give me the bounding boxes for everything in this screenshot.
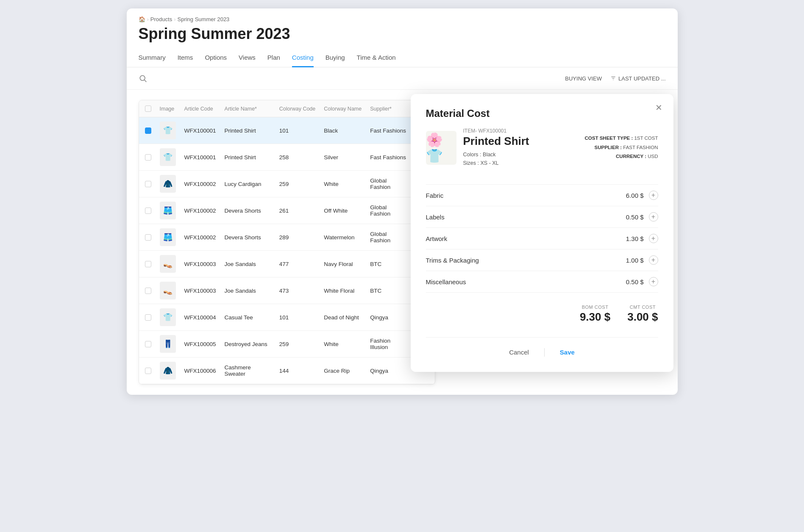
cost-add-button[interactable]: + — [649, 191, 658, 200]
table-row[interactable]: 👡 WFX100003 Joe Sandals 477 Navy Floral … — [139, 251, 435, 277]
cell-code: WFX100005 — [180, 331, 220, 357]
item-info: ITEM- WFX100001 Printed Shirt Colors : B… — [463, 128, 578, 167]
cell-supplier: Fashion Illusion — [366, 331, 412, 357]
item-meta-colors: Colors : Black — [463, 150, 578, 159]
cell-cw-name: Grace Rip — [320, 357, 366, 384]
row-checkbox[interactable] — [139, 117, 156, 144]
cell-supplier: Qingya — [366, 357, 412, 384]
table-row[interactable]: 👡 WFX100003 Joe Sandals 473 White Floral… — [139, 277, 435, 304]
cost-row: Fabric 6.00 $ + — [426, 185, 658, 206]
cell-cw-name: White — [320, 171, 366, 197]
tab-costing[interactable]: Costing — [292, 50, 314, 67]
cmt-cost-label: CMT COST — [627, 305, 658, 310]
table-row[interactable]: 👖 WFX100005 Destroyed Jeans 259 White Fa… — [139, 331, 435, 357]
home-icon[interactable]: 🏠 — [139, 16, 145, 22]
cost-row-value-wrap: 0.50 $ + — [618, 212, 658, 222]
cell-cw-code: 101 — [275, 117, 320, 144]
row-checkbox[interactable] — [139, 277, 156, 304]
cell-name: Casual Tee — [220, 304, 275, 331]
tab-buying[interactable]: Buying — [325, 50, 345, 67]
cost-row-label: Fabric — [426, 192, 444, 199]
cell-code: WFX100006 — [180, 357, 220, 384]
cell-cw-code: 259 — [275, 331, 320, 357]
table-row[interactable]: 👕 WFX100004 Casual Tee 101 Dead of Night… — [139, 304, 435, 331]
breadcrumb-products[interactable]: Products — [150, 16, 172, 22]
cost-add-button[interactable]: + — [649, 255, 658, 265]
row-checkbox[interactable] — [139, 197, 156, 224]
cost-row-value-wrap: 0.50 $ + — [618, 277, 658, 286]
supplier-info: SUPPLIER : FAST FASHION — [585, 143, 658, 152]
cell-cw-name: Navy Floral — [320, 251, 366, 277]
breadcrumb-current: Spring Summer 2023 — [178, 16, 230, 22]
cell-cw-code: 477 — [275, 251, 320, 277]
col-cw-code: Colorway Code — [275, 100, 320, 117]
col-cw-name: Colorway Name — [320, 100, 366, 117]
table-row[interactable]: 🩳 WFX100002 Devera Shorts 261 Off White … — [139, 197, 435, 224]
tab-items[interactable]: Items — [178, 50, 193, 67]
row-checkbox[interactable] — [139, 357, 156, 384]
tab-options[interactable]: Options — [205, 50, 227, 67]
cell-name: Joe Sandals — [220, 251, 275, 277]
cell-image: 👡 — [156, 251, 180, 277]
select-all-header[interactable] — [139, 100, 156, 117]
search-button[interactable] — [139, 74, 147, 83]
cost-row-value-wrap: 1.30 $ + — [618, 234, 658, 243]
cell-name: Printed Shirt — [220, 144, 275, 171]
tab-summary[interactable]: Summary — [139, 50, 166, 67]
save-button[interactable]: Save — [555, 346, 580, 358]
nav-tabs: Summary Items Options Views Plan Costing… — [127, 50, 678, 67]
close-modal-button[interactable]: ✕ — [653, 102, 665, 114]
cell-name: Destroyed Jeans — [220, 331, 275, 357]
cost-row: Artwork 1.30 $ + — [426, 228, 658, 249]
table-row[interactable]: 👕 WFX100001 Printed Shirt 258 Silver Fas… — [139, 144, 435, 171]
tab-plan[interactable]: Plan — [267, 50, 280, 67]
row-checkbox[interactable] — [139, 251, 156, 277]
table-row[interactable]: 👕 WFX100001 Printed Shirt 101 Black Fast… — [139, 117, 435, 144]
cost-add-button[interactable]: + — [649, 234, 658, 243]
cell-cw-name: Dead of Night — [320, 304, 366, 331]
page-title: Spring Summer 2023 — [127, 22, 678, 50]
cost-add-button[interactable]: + — [649, 277, 658, 286]
row-checkbox[interactable] — [139, 331, 156, 357]
cost-row-value: 0.50 $ — [618, 213, 644, 221]
cost-add-button[interactable]: + — [649, 212, 658, 222]
item-code: ITEM- WFX100001 — [463, 128, 578, 134]
cost-row: Trims & Packaging 1.00 $ + — [426, 249, 658, 271]
cell-cw-code: 101 — [275, 304, 320, 331]
row-checkbox[interactable] — [139, 144, 156, 171]
cost-row: Labels 0.50 $ + — [426, 206, 658, 228]
cell-cw-code: 473 — [275, 277, 320, 304]
cost-row-value: 1.00 $ — [618, 257, 644, 264]
cell-image: 👡 — [156, 277, 180, 304]
cost-totals: BOM COST 9.30 $ CMT COST 3.00 $ — [426, 301, 658, 324]
row-checkbox[interactable] — [139, 224, 156, 251]
cell-image: 👕 — [156, 144, 180, 171]
table-row[interactable]: 🧥 WFX100006 Cashmere Sweater 144 Grace R… — [139, 357, 435, 384]
cancel-button[interactable]: Cancel — [504, 346, 534, 358]
cost-row-label: Miscellaneous — [426, 278, 466, 285]
cell-code: WFX100002 — [180, 171, 220, 197]
cell-image: 👕 — [156, 304, 180, 331]
products-table: Image Article Code Article Name* Colorwa… — [139, 100, 435, 385]
row-checkbox[interactable] — [139, 304, 156, 331]
cmt-cost-value: 3.00 $ — [627, 310, 658, 324]
cost-row: Miscellaneous 0.50 $ + — [426, 271, 658, 293]
cell-cw-code: 258 — [275, 144, 320, 171]
row-checkbox[interactable] — [139, 171, 156, 197]
tab-time-action[interactable]: Time & Action — [357, 50, 396, 67]
cell-cw-name: White Floral — [320, 277, 366, 304]
cell-supplier: Qingya — [366, 304, 412, 331]
cell-code: WFX100001 — [180, 144, 220, 171]
last-updated-button[interactable]: LAST UPDATED ... — [610, 75, 666, 82]
cell-code: WFX100003 — [180, 251, 220, 277]
table-row[interactable]: 🩳 WFX100002 Devera Shorts 289 Watermelon… — [139, 224, 435, 251]
table-row[interactable]: 🧥 WFX100002 Lucy Cardigan 259 White Glob… — [139, 171, 435, 197]
cost-row-label: Trims & Packaging — [426, 257, 479, 264]
modal-footer: Cancel Save — [426, 337, 658, 358]
cost-row-value: 1.30 $ — [618, 235, 644, 242]
buying-view-button[interactable]: BUYING VIEW — [565, 75, 602, 82]
tab-views[interactable]: Views — [239, 50, 256, 67]
cell-supplier: Global Fashion — [366, 224, 412, 251]
cell-name: Devera Shorts — [220, 224, 275, 251]
cell-name: Printed Shirt — [220, 117, 275, 144]
